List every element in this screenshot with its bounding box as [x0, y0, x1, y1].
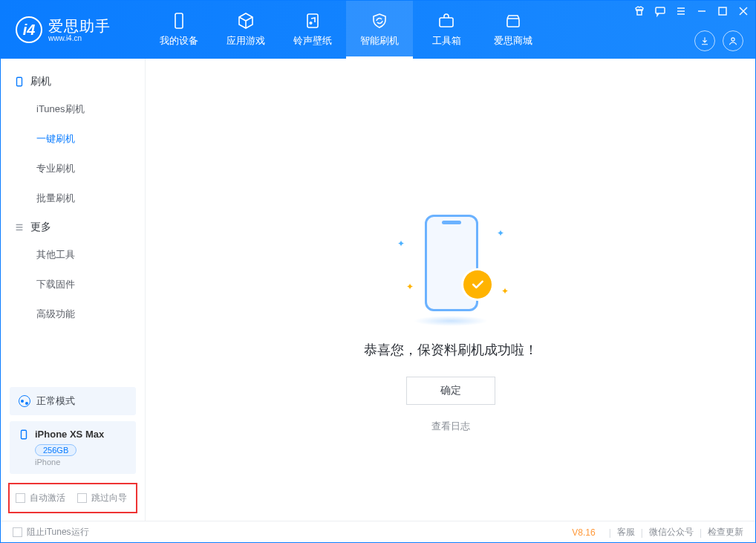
checkbox-label: 跳过向导: [91, 492, 127, 504]
nav-item-smart-flash[interactable]: 智能刷机: [346, 1, 413, 59]
svg-rect-7: [656, 7, 665, 13]
svg-point-5: [731, 38, 734, 41]
success-illustration: ✦ ✦ ✦ ✦: [384, 207, 518, 326]
success-message: 恭喜您，保资料刷机成功啦！: [364, 341, 538, 359]
nav-item-ringtones-wallpapers[interactable]: 铃声壁纸: [279, 1, 346, 59]
svg-rect-9: [17, 77, 22, 85]
section-title: 刷机: [30, 75, 51, 88]
close-icon[interactable]: [737, 5, 749, 17]
checkbox-icon: [16, 493, 25, 503]
footer-link-wechat[interactable]: 微信公众号: [649, 526, 694, 539]
svg-point-2: [310, 22, 312, 24]
checkbox-label: 阻止iTunes运行: [27, 526, 89, 539]
sidebar-item-itunes-flash[interactable]: iTunes刷机: [1, 94, 145, 124]
device-mode-label: 正常模式: [36, 394, 75, 408]
sidebar-item-advanced[interactable]: 高级功能: [1, 299, 145, 329]
app-subtitle: www.i4.cn: [48, 34, 111, 42]
separator: |: [700, 527, 702, 538]
sparkle-icon: ✦: [397, 238, 405, 249]
nav-label: 应用游戏: [227, 34, 265, 48]
window-controls: [633, 5, 749, 17]
sidebar-item-download-firmware[interactable]: 下载固件: [1, 270, 145, 299]
nav-item-store[interactable]: 爱思商城: [480, 1, 547, 59]
toolbox-icon: [437, 12, 455, 30]
nav-label: 智能刷机: [360, 34, 399, 48]
nav-item-apps-games[interactable]: 应用游戏: [212, 1, 279, 59]
user-button[interactable]: [723, 30, 743, 51]
svg-rect-1: [307, 14, 318, 27]
ok-button[interactable]: 确定: [406, 377, 495, 405]
sidebar-item-batch-flash[interactable]: 批量刷机: [1, 183, 145, 213]
store-icon: [504, 12, 522, 30]
sidebar-item-oneclick-flash[interactable]: 一键刷机: [1, 124, 145, 154]
device-name: iPhone XS Max: [35, 429, 104, 440]
nav-label: 铃声壁纸: [293, 34, 332, 48]
list-icon: [14, 222, 25, 233]
checkbox-icon: [77, 493, 87, 503]
sidebar-section-flash: 刷机: [1, 68, 145, 94]
checkbox-auto-activate[interactable]: 自动激活: [16, 492, 65, 504]
logo-area: i4 爱思助手 www.i4.cn: [1, 1, 146, 59]
header-right-buttons: [694, 30, 743, 51]
sparkle-icon: ✦: [406, 282, 414, 292]
svg-rect-10: [22, 430, 27, 438]
skin-icon[interactable]: [633, 5, 645, 17]
download-button[interactable]: [694, 30, 715, 51]
checkbox-skip-guide[interactable]: 跳过向导: [77, 492, 127, 504]
nav-label: 我的设备: [160, 34, 198, 48]
device-type: iPhone: [35, 458, 127, 466]
top-nav: 我的设备 应用游戏 铃声壁纸 智能刷机 工具箱 爱思商城: [146, 1, 547, 59]
nav-item-my-device[interactable]: 我的设备: [146, 1, 212, 59]
status-bar: 阻止iTunes运行 V8.16 | 客服 | 微信公众号 | 检查更新: [1, 521, 755, 543]
footer-link-update[interactable]: 检查更新: [708, 526, 743, 539]
main-content: ✦ ✦ ✦ ✦ 恭喜您，保资料刷机成功啦！ 确定 查看日志: [146, 59, 755, 521]
refresh-shield-icon: [371, 12, 388, 30]
footer-link-support[interactable]: 客服: [617, 526, 635, 539]
music-file-icon: [304, 12, 322, 30]
sparkle-icon: ✦: [501, 286, 509, 296]
highlighted-options: 自动激活 跳过向导: [8, 483, 137, 513]
maximize-icon[interactable]: [717, 5, 729, 17]
sidebar-item-other-tools[interactable]: 其他工具: [1, 240, 145, 270]
nav-item-toolbox[interactable]: 工具箱: [413, 1, 480, 59]
checkbox-block-itunes[interactable]: 阻止iTunes运行: [13, 526, 89, 539]
separator: |: [609, 527, 611, 538]
device-mode-card[interactable]: 正常模式: [10, 387, 136, 415]
svg-rect-0: [175, 13, 183, 28]
sparkle-icon: ✦: [497, 228, 504, 238]
version-label: V8.16: [572, 527, 595, 538]
logo-icon: i4: [16, 16, 42, 43]
shadow-icon: [414, 316, 488, 326]
svg-rect-4: [507, 19, 519, 27]
phone-icon: [170, 12, 188, 30]
separator: |: [641, 527, 643, 538]
check-badge-icon: [463, 270, 492, 299]
sidebar: 刷机 iTunes刷机 一键刷机 专业刷机 批量刷机 更多 其他工具 下载固件 …: [1, 59, 146, 521]
checkbox-label: 自动激活: [30, 492, 65, 504]
section-title: 更多: [30, 221, 51, 234]
mode-icon: [19, 395, 30, 407]
device-icon: [14, 77, 25, 87]
minimize-icon[interactable]: [696, 5, 708, 17]
result-panel: ✦ ✦ ✦ ✦ 恭喜您，保资料刷机成功啦！ 确定 查看日志: [364, 207, 538, 433]
svg-rect-8: [719, 7, 726, 15]
device-card[interactable]: iPhone XS Max 256GB iPhone: [10, 421, 136, 474]
svg-rect-3: [440, 18, 453, 27]
checkbox-icon: [13, 527, 22, 537]
app-title: 爱思助手: [48, 18, 111, 34]
device-storage-badge: 256GB: [35, 444, 76, 456]
cube-icon: [237, 12, 255, 30]
view-log-link[interactable]: 查看日志: [364, 420, 538, 433]
app-header: i4 爱思助手 www.i4.cn 我的设备 应用游戏 铃声壁纸 智能刷机 工具…: [1, 1, 755, 59]
feedback-icon[interactable]: [654, 5, 666, 17]
menu-icon[interactable]: [675, 5, 687, 17]
sidebar-section-more: 更多: [1, 213, 145, 240]
nav-label: 爱思商城: [494, 34, 532, 48]
phone-icon: [19, 429, 29, 440]
nav-label: 工具箱: [432, 34, 461, 48]
sidebar-item-pro-flash[interactable]: 专业刷机: [1, 154, 145, 183]
